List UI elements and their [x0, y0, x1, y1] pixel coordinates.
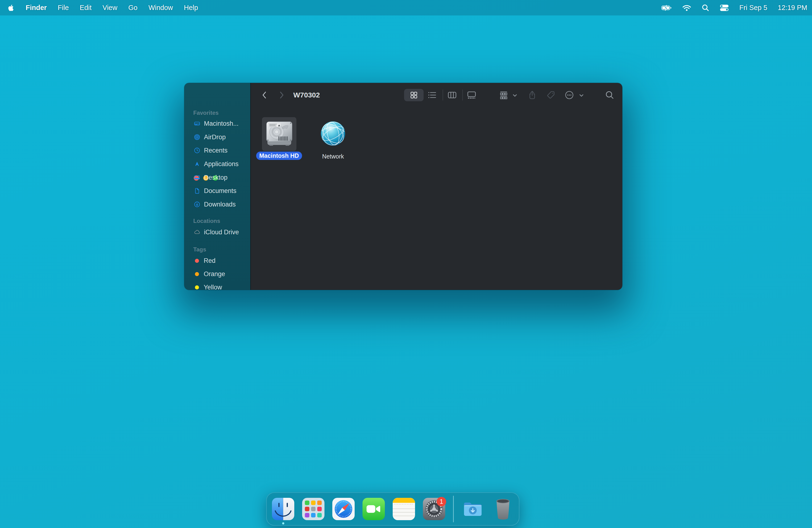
- menu-file[interactable]: File: [58, 4, 69, 12]
- sidebar-item-label: Red: [204, 257, 216, 264]
- menu-bar-date[interactable]: Fri Sep 5: [739, 4, 767, 12]
- window-title: W70302: [293, 91, 320, 99]
- menu-bar-left: Finder File Edit View Go Window Help: [0, 4, 198, 12]
- toolbar-divider: [462, 90, 463, 101]
- file-icon-network[interactable]: [320, 121, 346, 146]
- search-button[interactable]: [605, 90, 615, 100]
- desktop-icon: [194, 174, 200, 181]
- sidebar-item-label: Recents: [204, 147, 228, 154]
- dock-item-downloads[interactable]: [462, 498, 484, 520]
- sidebar-item-label: Desktop: [204, 174, 228, 181]
- view-gallery-button[interactable]: [467, 90, 476, 100]
- sidebar-item-label: Applications: [204, 160, 239, 168]
- sidebar-item-documents[interactable]: Documents: [184, 186, 250, 196]
- chevron-down-icon[interactable]: [512, 93, 518, 98]
- file-label-network[interactable]: Network: [322, 153, 344, 160]
- dock-divider: [453, 496, 454, 522]
- file-icon-macintosh-hd[interactable]: [262, 117, 296, 151]
- menu-edit[interactable]: Edit: [79, 4, 91, 12]
- sidebar-item-macintosh[interactable]: Macintosh...: [184, 118, 250, 129]
- network-globe-icon: [320, 121, 346, 146]
- dock-item-system-settings[interactable]: 1: [423, 498, 445, 520]
- dock-item-facetime[interactable]: [362, 498, 385, 520]
- yellow-tag-icon: [195, 285, 199, 290]
- sidebar-item-tag-red[interactable]: Red: [184, 255, 250, 266]
- dock-item-finder[interactable]: [272, 498, 294, 520]
- menu-bar: Finder File Edit View Go Window Help: [0, 0, 812, 15]
- clock-icon: [194, 147, 200, 154]
- finder-icon: [272, 498, 294, 520]
- spotlight-search-icon[interactable]: [702, 4, 709, 12]
- apple-menu[interactable]: [7, 4, 15, 12]
- forward-button[interactable]: [277, 91, 286, 99]
- view-list-button[interactable]: [427, 90, 437, 100]
- sidebar-item-label: Macintosh...: [204, 120, 239, 127]
- applications-icon: [194, 161, 200, 167]
- sidebar-item-downloads[interactable]: Downloads: [184, 199, 250, 209]
- toolbar-divider: [443, 90, 443, 101]
- menu-bar-time[interactable]: 12:19 PM: [778, 4, 807, 12]
- menu-go[interactable]: Go: [128, 4, 137, 12]
- notes-icon: [393, 498, 415, 520]
- cloud-icon: [194, 229, 200, 235]
- battery-charging-icon[interactable]: [661, 4, 672, 11]
- dock-item-launchpad[interactable]: [302, 498, 324, 520]
- tag-button[interactable]: [546, 90, 556, 100]
- sidebar-item-label: AirDrop: [204, 134, 226, 141]
- airdrop-icon: [194, 134, 200, 141]
- sidebar-item-label: iCloud Drive: [204, 229, 239, 236]
- sidebar-item-airdrop[interactable]: AirDrop: [184, 132, 250, 142]
- menu-help[interactable]: Help: [184, 4, 198, 12]
- file-label-macintosh-hd[interactable]: Macintosh HD: [256, 151, 302, 160]
- sidebar: Favorites Macintosh...: [184, 83, 250, 290]
- running-indicator-finder: [282, 522, 284, 525]
- share-button[interactable]: [527, 90, 537, 100]
- more-options-button[interactable]: [564, 90, 575, 100]
- group-by-button[interactable]: [498, 90, 509, 100]
- menu-window[interactable]: Window: [148, 4, 173, 12]
- launchpad-icon: [302, 498, 324, 520]
- menu-finder[interactable]: Finder: [26, 4, 47, 12]
- finder-window: Favorites Macintosh...: [184, 83, 622, 290]
- safari-icon: [332, 498, 355, 520]
- chevron-down-icon[interactable]: [579, 93, 584, 98]
- document-icon: [194, 188, 200, 194]
- desktop[interactable]: Finder File Edit View Go Window Help: [0, 0, 812, 528]
- sidebar-item-desktop[interactable]: Desktop: [184, 172, 250, 183]
- facetime-icon: [362, 498, 385, 520]
- sidebar-item-label: Documents: [204, 187, 236, 195]
- sidebar-item-label: Yellow: [204, 284, 222, 290]
- finder-main-pane: W70302: [250, 83, 622, 290]
- wifi-icon[interactable]: [682, 4, 691, 11]
- dock: 1: [266, 492, 519, 526]
- red-tag-icon: [195, 259, 199, 263]
- sidebar-section-favorites: Favorites: [193, 109, 219, 116]
- internal-drive-icon: [194, 120, 200, 127]
- sidebar-item-applications[interactable]: Applications: [184, 159, 250, 169]
- menu-bar-status: Fri Sep 5 12:19 PM: [661, 4, 812, 12]
- sidebar-item-tag-orange[interactable]: Orange: [184, 269, 250, 279]
- sidebar-item-tag-yellow[interactable]: Yellow: [184, 282, 250, 290]
- sidebar-item-label: Orange: [204, 270, 225, 278]
- dock-item-notes[interactable]: [393, 498, 415, 520]
- downloads-folder-icon: [462, 498, 484, 520]
- dock-item-trash[interactable]: [492, 498, 514, 520]
- menu-view[interactable]: View: [102, 4, 117, 12]
- view-columns-button[interactable]: [447, 90, 457, 100]
- orange-tag-icon: [195, 272, 199, 276]
- sidebar-item-recents[interactable]: Recents: [184, 145, 250, 156]
- trash-icon: [492, 498, 514, 520]
- view-icons-button[interactable]: [404, 89, 424, 101]
- sidebar-item-label: Downloads: [204, 201, 236, 208]
- download-circle-icon: [194, 201, 200, 208]
- sidebar-section-locations: Locations: [193, 217, 220, 224]
- hard-drive-icon: [264, 118, 295, 150]
- control-center-icon[interactable]: [720, 4, 729, 11]
- dock-item-safari[interactable]: [332, 498, 355, 520]
- sidebar-item-icloud-drive[interactable]: iCloud Drive: [184, 227, 250, 237]
- notification-badge: 1: [437, 497, 446, 507]
- back-button[interactable]: [260, 91, 269, 99]
- sidebar-section-tags: Tags: [193, 246, 206, 253]
